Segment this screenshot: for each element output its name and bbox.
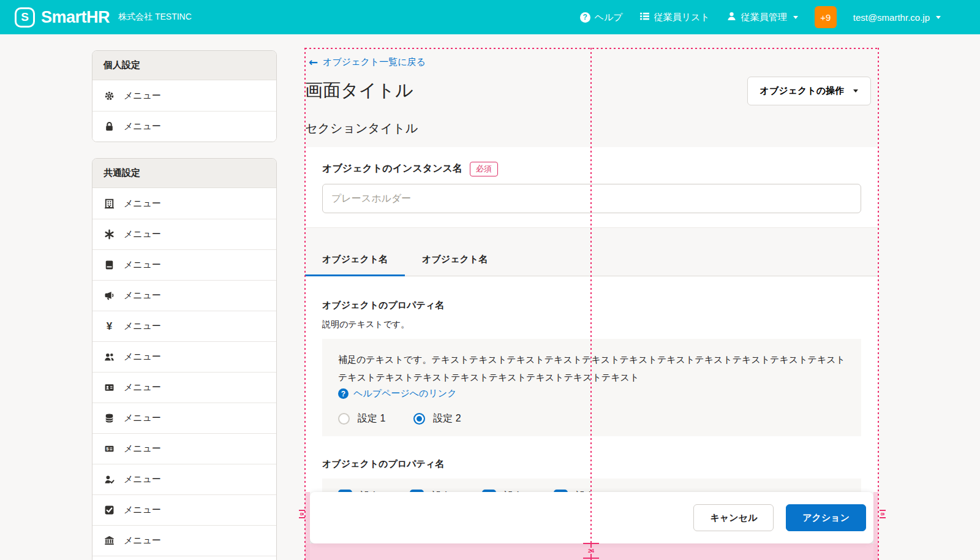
asterisk-icon — [104, 229, 115, 240]
floating-action-bar: キャンセル アクション — [310, 492, 873, 543]
object-tabbar: オブジェクト名 オブジェクト名 — [305, 228, 878, 276]
radio-option-2[interactable]: 設定 2 — [413, 412, 461, 425]
sidebar-item-menu[interactable]: メニュー — [92, 111, 276, 142]
nav-employee-list[interactable]: 従業員リスト — [639, 11, 710, 23]
property-description: 説明のテキストです。 — [322, 319, 861, 330]
settings-sidebar: 個人設定 メニュー メニュー 共通設定 メニュー メニュー メニュー — [92, 50, 277, 560]
measure-tick — [880, 517, 886, 518]
sidebar-section-title: 個人設定 — [92, 51, 276, 80]
sidebar-item-menu[interactable]: メニュー — [92, 464, 276, 494]
back-link-label: オブジェクト一覧に戻る — [323, 56, 426, 68]
account-email: test@smarthr.co.jp — [853, 12, 930, 23]
sidebar-item-label: メニュー — [124, 259, 161, 271]
sidebar-item-label: メニュー — [124, 351, 161, 363]
sidebar-item-label: メニュー — [124, 290, 161, 301]
user-check-icon — [104, 474, 115, 485]
tab-object-2[interactable]: オブジェクト名 — [405, 228, 505, 276]
sidebar-item-menu[interactable]: メニュー — [92, 249, 276, 280]
sidebar-item-menu[interactable]: メニュー — [92, 494, 276, 525]
sidebar-item-label: メニュー — [124, 229, 161, 240]
company-name: 株式会社 TESTINC — [118, 12, 192, 23]
personal-settings-card: 個人設定 メニュー メニュー — [92, 50, 277, 142]
cancel-button[interactable]: キャンセル — [693, 504, 774, 531]
notification-badge[interactable]: +9 — [815, 6, 837, 28]
instance-name-label-row: オブジェクトのインスタンス名 必須 — [322, 162, 861, 176]
help-link-label: ヘルプページへのリンク — [353, 388, 457, 399]
svg-text:$: $ — [106, 446, 109, 452]
measure-value: 8 — [880, 512, 886, 515]
sidebar-item-menu[interactable]: メニュー — [92, 188, 276, 219]
property-group-1: オブジェクトのプロパティ名 説明のテキストです。 補足のテキストです。テキストテ… — [322, 300, 861, 436]
sidebar-item-menu[interactable]: メニュー — [92, 219, 276, 249]
radio-option-1[interactable]: 設定 1 — [338, 412, 385, 425]
sidebar-item-menu[interactable]: メニュー — [92, 372, 276, 403]
sidebar-item-label: メニュー — [124, 90, 161, 102]
sidebar-item-menu[interactable]: ¥ メニュー — [92, 311, 276, 341]
sidebar-section-title: 共通設定 — [92, 159, 276, 188]
main-header: ← オブジェクト一覧に戻る 画面タイトル オブジェクトの操作 セクションタイトル — [305, 48, 878, 137]
money-check-icon: $ — [104, 444, 115, 454]
radio-label: 設定 1 — [358, 412, 385, 425]
sidebar-item-menu[interactable]: メニュー — [92, 341, 276, 372]
app-header: S SmartHR 株式会社 TESTINC ? ヘルプ 従業員リスト 従業員管… — [0, 0, 980, 34]
property-label: オブジェクトのプロパティ名 — [322, 300, 861, 311]
gear-icon — [104, 91, 115, 101]
id-card-icon — [104, 382, 115, 393]
object-actions-button[interactable]: オブジェクトの操作 — [747, 77, 871, 105]
sidebar-item-label: メニュー — [124, 382, 161, 393]
sidebar-item-menu[interactable]: $ メニュー — [92, 433, 276, 464]
common-settings-card: 共通設定 メニュー メニュー メニュー メニュー ¥ メニュー — [92, 158, 277, 560]
action-button[interactable]: アクション — [786, 504, 866, 531]
measure-tick — [880, 510, 886, 511]
megaphone-icon — [104, 290, 115, 301]
measure-value: 8 — [299, 512, 305, 515]
sidebar-item-label: メニュー — [124, 504, 161, 516]
sidebar-item-menu[interactable]: メニュー — [92, 280, 276, 311]
help-page-link[interactable]: ? ヘルプページへのリンク — [338, 388, 457, 399]
sidebar-item-label: メニュー — [124, 320, 161, 332]
sidebar-item-label: メニュー — [124, 121, 161, 132]
sidebar-item-menu[interactable]: メニュー — [92, 80, 276, 111]
sidebar-item-menu[interactable]: メニュー — [92, 525, 276, 556]
nav-employee-admin[interactable]: 従業員管理 — [726, 11, 798, 23]
logo-letter: S — [21, 10, 29, 24]
help-circle-icon: ? — [580, 12, 590, 23]
arrow-left-icon: ← — [309, 56, 318, 69]
smarthr-logo[interactable]: S SmartHR — [15, 7, 110, 28]
chevron-down-icon — [793, 16, 798, 19]
help-circle-icon: ? — [338, 388, 349, 399]
chevron-down-icon — [853, 89, 858, 93]
sidebar-item-label: メニュー — [124, 412, 161, 424]
account-menu[interactable]: test@smarthr.co.jp — [853, 12, 941, 23]
tab-object-1[interactable]: オブジェクト名 — [305, 228, 405, 276]
radio-checked-icon[interactable] — [413, 413, 425, 425]
sidebar-item-label: メニュー — [124, 535, 161, 547]
instance-name-input[interactable] — [322, 184, 861, 213]
sidebar-item-label: メニュー — [124, 474, 161, 485]
chevron-down-icon — [936, 16, 941, 19]
radio-unchecked-icon[interactable] — [338, 413, 350, 425]
annotation-measure-right-8: 8 — [878, 510, 887, 526]
radio-group: 設定 1 設定 2 — [338, 412, 845, 425]
nav-employee-admin-label: 従業員管理 — [741, 12, 787, 23]
property-label: オブジェクトのプロパティ名 — [322, 458, 861, 470]
header-nav: ? ヘルプ 従業員リスト 従業員管理 +9 test@smarthr.co.jp — [580, 6, 941, 28]
sidebar-item-label: メニュー — [124, 443, 161, 455]
back-to-object-list-link[interactable]: ← オブジェクト一覧に戻る — [309, 56, 426, 69]
app-root: S SmartHR 株式会社 TESTINC ? ヘルプ 従業員リスト 従業員管… — [0, 0, 980, 560]
sidebar-item-partial[interactable] — [92, 556, 276, 560]
building-icon — [104, 199, 115, 209]
sidebar-item-label: メニュー — [124, 198, 161, 210]
database-icon — [104, 413, 115, 423]
measure-tick — [299, 517, 305, 518]
supplement-text: 補足のテキストです。テキストテキストテキストテキストテキストテキストテキストテキ… — [338, 351, 845, 386]
nav-help[interactable]: ? ヘルプ — [580, 12, 623, 23]
users-icon — [104, 352, 115, 362]
instance-name-label: オブジェクトのインスタンス名 — [322, 162, 462, 175]
check-square-icon — [104, 505, 115, 515]
bank-icon — [104, 535, 115, 546]
book-icon — [104, 260, 115, 270]
list-icon — [639, 11, 650, 23]
sidebar-item-menu[interactable]: メニュー — [92, 403, 276, 433]
property-help-box: 補足のテキストです。テキストテキストテキストテキストテキストテキストテキストテキ… — [322, 339, 861, 436]
